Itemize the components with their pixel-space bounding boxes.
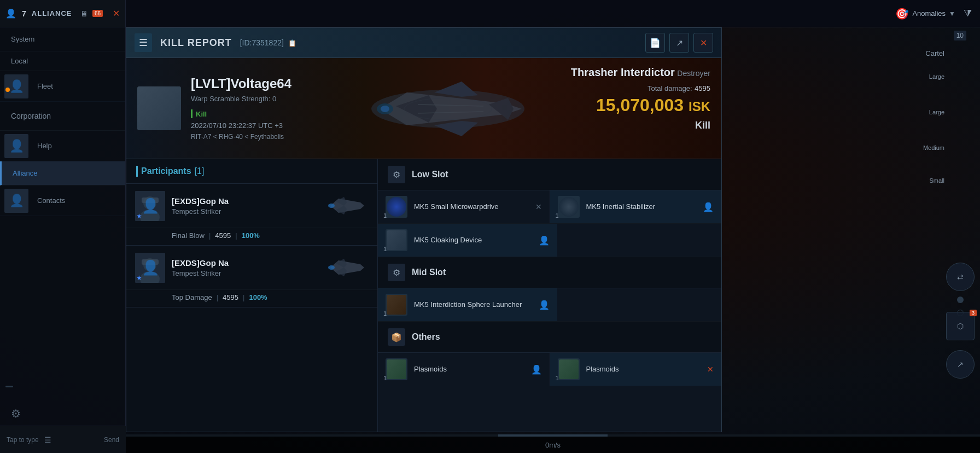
- right-action-buttons: ⇄: [946, 263, 975, 317]
- damage-row: Total damage: 4595: [571, 83, 710, 93]
- ship-type: Destroyer: [677, 69, 710, 78]
- participant-info-text-1: [EXDS]Gop Na Tempest Striker: [172, 196, 325, 216]
- right-label-large-2: Large: [929, 107, 944, 117]
- low-slot-row-1: MK5 Small Microwarpdrive ✕ 1 MK5 Inertia…: [378, 190, 721, 224]
- blow-type-2: Top Damage: [172, 293, 212, 301]
- blow-percent-2: 100%: [249, 293, 267, 301]
- sidebar-close-icon[interactable]: ✕: [113, 8, 120, 19]
- copy-icon[interactable]: 📋: [288, 39, 296, 47]
- slots-panel[interactable]: ⚙ Low Slot MK5 Small Microwarpdrive ✕ 1: [378, 159, 721, 432]
- speed-value: 0m/s: [545, 441, 561, 449]
- export-report-button[interactable]: ↗: [669, 33, 689, 53]
- round-button-1[interactable]: ⬡ 3: [946, 312, 975, 340]
- svg-rect-5: [147, 92, 171, 98]
- cloaking-user-icon: 👤: [539, 235, 550, 246]
- participant-name-2: [EXDS]Gop Na: [172, 258, 325, 268]
- plasmoids-user-icon-1: 👤: [531, 364, 542, 375]
- scrollbar-thumb[interactable]: [498, 434, 608, 437]
- low-slot-header: ⚙ Low Slot: [378, 159, 721, 190]
- resize-handle[interactable]: [5, 386, 13, 387]
- others-title: Others: [412, 332, 440, 342]
- dialog-report-id: [ID:7351822] 📋: [240, 38, 296, 47]
- slot-item-inertial-stabilizer[interactable]: MK5 Inertial Stabilizer 👤 1: [550, 190, 722, 223]
- remove-microwarpdrive-icon[interactable]: ✕: [535, 202, 542, 211]
- svg-rect-1: [148, 95, 170, 114]
- svg-marker-21: [330, 199, 364, 213]
- participant-row-2: ★ [EXDS]Gop Na Tempest Striker: [126, 246, 377, 307]
- right-label-medium: Medium: [923, 142, 944, 152]
- damage-value: 4595: [695, 84, 710, 92]
- kill-location: RIT-A7 < RHG-40 < Feythabolis: [191, 133, 291, 141]
- sidebar-item-local[interactable]: Local: [0, 51, 39, 71]
- sidebar-help-item: Help: [0, 131, 125, 161]
- filter-icon[interactable]: ⧩: [964, 8, 972, 19]
- ship-name-label: Thrasher Interdictor Destroyer: [571, 66, 710, 79]
- damage-label: Total damage:: [648, 84, 692, 92]
- svg-point-2: [151, 94, 167, 109]
- user-count: 7: [22, 9, 26, 18]
- participants-title-bar: [136, 166, 138, 177]
- sidebar-avatars: System Local Fleet Corporation Help: [0, 27, 125, 216]
- copy-report-button[interactable]: 📄: [645, 33, 665, 53]
- cloaking-icon: [386, 229, 407, 251]
- dialog-title-bar: ☰ KILL REPORT [ID:7351822] 📋 📄 ↗ ✕: [126, 28, 721, 58]
- svg-rect-4: [145, 96, 173, 104]
- svg-point-3: [147, 112, 171, 130]
- warp-scramble-info: Warp Scramble Strength: 0: [191, 95, 291, 103]
- blow-type-1: Final Blow: [172, 231, 205, 240]
- sidebar-item-corporation[interactable]: Corporation: [0, 102, 125, 131]
- sidebar-item-label: Local: [11, 57, 28, 65]
- participants-title: Participants: [141, 166, 191, 176]
- inertial-qty: 1: [556, 212, 559, 219]
- close-dialog-button[interactable]: ✕: [693, 33, 713, 53]
- sidebar-item-help[interactable]: Help: [33, 140, 56, 152]
- ship-image: [339, 58, 557, 159]
- sidebar-header: 👤 7 ALLIANCE 🖥 66 ✕: [0, 0, 125, 27]
- sidebar-item-alliance[interactable]: Alliance: [0, 161, 125, 185]
- launcher-icon: [386, 294, 407, 316]
- launcher-name: MK5 Interdiction Sphere Launcher: [414, 300, 532, 310]
- participant-avatar-2: ★: [135, 253, 165, 283]
- speed-bar: 0m/s: [126, 437, 980, 453]
- scrollbar[interactable]: [126, 434, 980, 437]
- microwarpdrive-name: MK5 Small Microwarpdrive: [414, 202, 529, 212]
- svg-point-26: [143, 258, 156, 271]
- swap-button[interactable]: ⇄: [946, 263, 975, 291]
- others-icon: 📦: [388, 328, 405, 346]
- participant-info-2: ★ [EXDS]Gop Na Tempest Striker: [126, 246, 377, 290]
- slot-item-launcher[interactable]: MK5 Interdiction Sphere Launcher 👤 1: [378, 288, 557, 321]
- slot-item-plasmoids-2[interactable]: Plasmoids ✕ 1: [550, 353, 722, 386]
- low-slot-icon: ⚙: [388, 166, 405, 183]
- sidebar-contacts-item: Contacts: [0, 185, 125, 216]
- participant-ship-icon-1: [325, 190, 369, 221]
- participant-avatar-1: ★: [135, 191, 165, 221]
- fleet-avatar: [4, 74, 28, 98]
- sidebar-item-contacts[interactable]: Contacts: [33, 194, 69, 207]
- svg-point-27: [140, 271, 160, 283]
- send-button[interactable]: Send: [104, 436, 119, 444]
- slot-item-cloaking[interactable]: MK5 Cloaking Device 👤 1: [378, 224, 557, 257]
- blow-damage-1: 4595: [215, 231, 231, 240]
- sidebar-item-system[interactable]: System: [0, 27, 125, 51]
- inertial-icon: [558, 196, 580, 218]
- slot-item-microwarpdrive[interactable]: MK5 Small Microwarpdrive ✕ 1: [378, 190, 550, 223]
- kill-status-badge: Kill: [191, 109, 291, 118]
- kill-status-text: Kill: [571, 120, 710, 131]
- inertial-name: MK5 Inertial Stabilizer: [586, 202, 697, 212]
- hamburger-menu-button[interactable]: ☰: [135, 33, 152, 52]
- attachment-icon[interactable]: ☰: [44, 435, 51, 444]
- participant-info-text-2: [EXDS]Gop Na Tempest Striker: [172, 258, 325, 277]
- action-icon-2: ↗: [957, 360, 964, 369]
- participant-ship-1: Tempest Striker: [172, 207, 325, 216]
- launcher-user-icon: 👤: [539, 300, 550, 310]
- round-button-2[interactable]: ↗: [946, 350, 975, 379]
- rank-star-2: ★: [136, 274, 142, 282]
- svg-rect-0: [137, 86, 181, 130]
- slot-item-plasmoids-1[interactable]: Plasmoids 👤 1: [378, 353, 550, 386]
- type-placeholder[interactable]: Tap to type: [7, 436, 39, 444]
- participant-blow-1: Final Blow | 4595 | 100%: [126, 228, 377, 245]
- sidebar-item-fleet[interactable]: Fleet: [33, 80, 57, 92]
- settings-icon[interactable]: ⚙: [11, 407, 21, 420]
- anomalies-button[interactable]: 🎯 Anomalies ▼: [895, 7, 955, 20]
- remove-plasmoids-icon[interactable]: ✕: [707, 365, 714, 374]
